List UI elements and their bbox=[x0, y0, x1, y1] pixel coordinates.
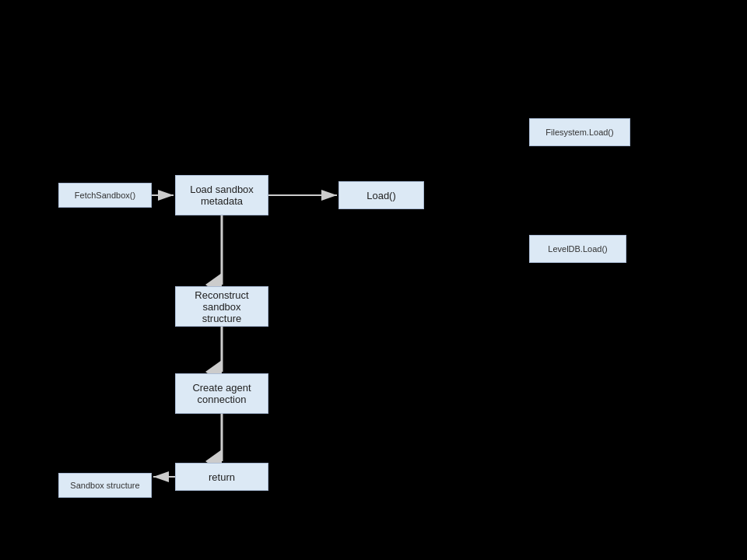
sandbox-structure-node: Sandbox structure bbox=[58, 473, 152, 498]
load-sandbox-metadata-node: Load sandbox metadata bbox=[175, 175, 268, 215]
load-node: Load() bbox=[338, 181, 424, 209]
diagram-container: FetchSandbox() Load sandbox metadata Loa… bbox=[0, 0, 747, 560]
fetch-sandbox-node: FetchSandbox() bbox=[58, 183, 152, 208]
filesystem-load-node: Filesystem.Load() bbox=[529, 118, 630, 146]
reconstruct-sandbox-node: Reconstruct sandbox structure bbox=[175, 286, 268, 327]
return-node: return bbox=[175, 463, 268, 491]
leveldb-load-node: LevelDB.Load() bbox=[529, 235, 626, 263]
create-agent-connection-node: Create agent connection bbox=[175, 373, 268, 414]
